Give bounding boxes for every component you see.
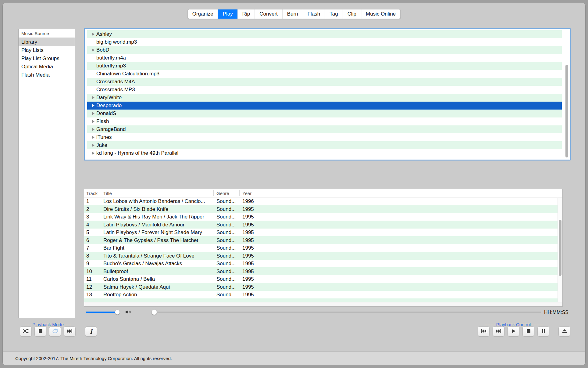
info-button[interactable]: i [85,327,97,336]
tree-row[interactable]: Jake [87,141,562,149]
table-row[interactable]: 9Bucho's Gracias / Navajas AttacksSound.… [84,260,558,268]
column-header-track[interactable]: Track [86,189,98,197]
cell-genre: Sound... [216,229,236,236]
time-display: HH:MM:SS [544,310,568,315]
playback-control-buttons [478,327,570,336]
column-header-title[interactable]: Title [103,189,112,197]
table-row[interactable]: 7Bar FightSound...1995 [84,244,558,252]
track-table-header: TrackTitleGenreYear [84,189,562,197]
repeat-button[interactable] [49,327,61,336]
disclosure-triangle-icon[interactable] [92,104,94,107]
tree-row[interactable]: BobD [87,46,562,54]
sidebar-item-play-list-groups[interactable]: Play List Groups [19,54,75,63]
previous-button[interactable] [478,327,490,336]
position-slider[interactable] [151,309,541,315]
tab-organize[interactable]: Organize [188,9,218,19]
cell-genre: Sound... [216,252,236,260]
tab-tag[interactable]: Tag [325,9,342,19]
play-button[interactable] [508,327,519,336]
table-row[interactable]: 3Link Wray & His Ray Men / Jack The Ripp… [84,213,558,221]
table-row[interactable]: 11Carlos Santana / BellaSound...1995 [84,275,558,283]
cell-title: Roger & The Gypsies / Pass The Hatchet [103,236,198,244]
disclosure-triangle-icon[interactable] [92,49,94,52]
volume-slider[interactable] [86,310,120,315]
sidebar-item-optical-media[interactable]: Optical Media [19,63,75,71]
stop-mode-button[interactable] [34,327,46,336]
tree-row[interactable]: DonaldS [87,110,562,117]
tree-row-label: big,big world.mp3 [96,39,137,45]
table-row[interactable]: 6Roger & The Gypsies / Pass The HatchetS… [84,236,558,244]
skip-next-mode-button[interactable] [64,327,76,336]
tree-row[interactable]: butterfly.m4a [87,54,562,62]
cell-genre: Sound... [216,221,236,229]
cell-genre: Sound... [216,205,236,213]
tree-row[interactable]: iTunes [87,133,562,141]
shuffle-button[interactable] [20,327,32,336]
column-header-year[interactable]: Year [242,189,251,197]
table-row[interactable]: 13Rooftop ActionSound...1995 [84,291,558,299]
tree-row[interactable]: DarylWhite [87,94,562,102]
sidebar-item-play-lists[interactable]: Play Lists [19,46,75,54]
disclosure-triangle-icon[interactable] [92,136,94,139]
next-button[interactable] [493,327,504,336]
cell-track: 5 [86,229,89,236]
stop-button[interactable] [522,327,534,336]
table-row[interactable]: 10BulletproofSound...1995 [84,268,558,276]
table-row[interactable]: 1Los Lobos with Antonio Banderas / Canci… [84,197,558,205]
eject-button[interactable] [558,327,570,336]
tree-row[interactable]: Chinatown Calculation.mp3 [87,70,562,78]
tab-flash[interactable]: Flash [303,9,325,19]
table-row[interactable]: 8Tito & Tarantula / Strange Face Of Love… [84,252,558,260]
cell-title: Salma Hayek / Quedate Aqui [103,283,170,291]
volume-thumb[interactable] [115,310,120,315]
tree-scrollbar[interactable] [565,30,569,159]
tree-row[interactable]: GarageBand [87,125,562,133]
tree-row[interactable]: Desperado [87,102,562,110]
cell-genre: Sound... [216,236,236,244]
sidebar-item-flash-media[interactable]: Flash Media [19,71,75,79]
disclosure-triangle-icon[interactable] [92,112,94,115]
table-scrollbar[interactable] [558,198,562,302]
tab-clip[interactable]: Clip [343,9,361,19]
tree-row[interactable]: kd lang - Hymns of the 49th Parallel [87,149,562,157]
track-table-panel: TrackTitleGenreYear 1Los Lobos with Anto… [84,189,563,307]
tree-row[interactable]: big,big world.mp3 [87,38,562,46]
tree-scrollbar-thumb[interactable] [565,65,568,157]
tab-convert[interactable]: Convert [255,9,282,19]
column-header-genre[interactable]: Genre [216,189,229,197]
disclosure-triangle-icon[interactable] [92,152,94,155]
tab-burn[interactable]: Burn [282,9,303,19]
position-track[interactable] [151,312,541,313]
tab-play[interactable]: Play [218,9,237,19]
disclosure-triangle-icon[interactable] [92,96,94,99]
tab-music-online[interactable]: Music Online [361,9,400,19]
tab-rip[interactable]: Rip [237,9,255,19]
sidebar-item-library[interactable]: Library [19,38,75,46]
table-row[interactable]: 12Salma Hayek / Quedate AquiSound...1995 [84,283,558,291]
cell-year: 1995 [242,268,254,276]
pause-button[interactable] [537,327,549,336]
previous-icon [481,329,486,334]
cell-year: 1995 [242,275,254,283]
cell-genre: Sound... [216,268,236,276]
disclosure-triangle-icon[interactable] [92,33,94,36]
tree-row[interactable]: Ashley [87,30,562,38]
cell-genre: Sound... [216,283,236,291]
tree-row[interactable]: Crossroads.MP3 [87,86,562,94]
position-thumb[interactable] [151,309,157,315]
table-row[interactable]: 5Latin Playboys / Forever Night Shade Ma… [84,229,558,236]
cell-title: Dire Straits / Six Blade Knife [103,205,169,213]
tree-row[interactable]: butterfly.mp3 [87,62,562,70]
table-row[interactable]: 4Latin Playboys / Manifold de AmourSound… [84,221,558,229]
tree-row[interactable]: Flash [87,117,562,125]
table-scrollbar-thumb[interactable] [559,220,561,276]
table-row[interactable]: 2Dire Straits / Six Blade KnifeSound...1… [84,205,558,213]
table-horizontal-scrollbar[interactable] [84,302,562,306]
stop-icon [38,329,43,334]
disclosure-triangle-icon[interactable] [92,144,94,147]
disclosure-triangle-icon[interactable] [92,128,94,131]
cell-year: 1996 [242,197,254,205]
info-icon: i [90,328,92,335]
disclosure-triangle-icon[interactable] [92,120,94,123]
tree-row[interactable]: Crossroads.M4A [87,78,562,86]
